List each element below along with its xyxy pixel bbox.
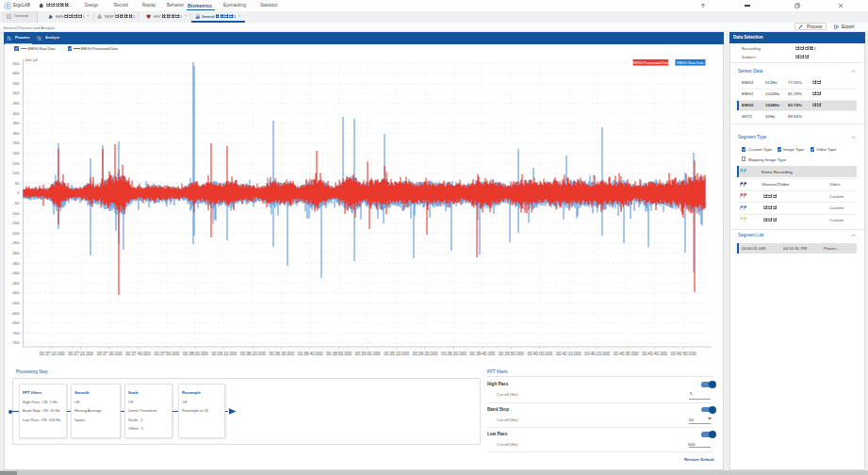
svg-text:00:38:30.000: 00:38:30.000 xyxy=(269,352,294,356)
svg-text:00:38:10.000: 00:38:10.000 xyxy=(211,352,237,356)
svg-text:650: 650 xyxy=(13,61,21,66)
svg-text:350: 350 xyxy=(13,121,21,125)
svg-text:-100: -100 xyxy=(11,211,20,216)
svg-text:00:40:30.000: 00:40:30.000 xyxy=(614,352,639,356)
svg-text:450: 450 xyxy=(13,101,21,106)
svg-text:EMG5 Processed Data: EMG5 Processed Data xyxy=(632,61,670,65)
svg-text:00:37:40.000: 00:37:40.000 xyxy=(125,352,151,356)
svg-text:-300: -300 xyxy=(11,251,20,255)
svg-text:0: 0 xyxy=(17,190,20,195)
svg-text:00:40:00.000: 00:40:00.000 xyxy=(527,352,552,356)
svg-text:150: 150 xyxy=(13,161,21,166)
svg-text:200: 200 xyxy=(13,151,21,156)
svg-text:00:39:40.000: 00:39:40.000 xyxy=(470,352,496,356)
svg-text:00:38:00.000: 00:38:00.000 xyxy=(183,352,208,356)
svg-text:00:37:50.000: 00:37:50.000 xyxy=(155,352,180,356)
svg-text:400: 400 xyxy=(13,111,21,116)
svg-text:100: 100 xyxy=(13,171,21,175)
svg-text:00:38:20.000: 00:38:20.000 xyxy=(240,352,266,356)
svg-text:-150: -150 xyxy=(11,221,20,225)
svg-text:00:39:30.000: 00:39:30.000 xyxy=(441,352,467,356)
svg-text:500: 500 xyxy=(13,90,21,95)
svg-text:00:40:50.000: 00:40:50.000 xyxy=(671,352,696,356)
svg-text:-700: -700 xyxy=(11,331,20,336)
svg-text:00:40:20.000: 00:40:20.000 xyxy=(584,352,610,356)
svg-text:00:39:50.000: 00:39:50.000 xyxy=(499,352,524,356)
svg-text:250: 250 xyxy=(13,140,21,145)
svg-text:-550: -550 xyxy=(11,301,20,305)
svg-text:00:37:10.000: 00:37:10.000 xyxy=(40,352,65,356)
svg-text:-50: -50 xyxy=(13,201,20,205)
svg-text:00:40:10.000: 00:40:10.000 xyxy=(556,352,581,356)
svg-text:00:39:20.000: 00:39:20.000 xyxy=(413,352,438,356)
svg-text:50: 50 xyxy=(15,181,20,186)
svg-text:EMG5 Raw Data: EMG5 Raw Data xyxy=(677,61,704,65)
svg-text:-250: -250 xyxy=(11,240,20,245)
svg-text:00:37:30.000: 00:37:30.000 xyxy=(97,352,123,356)
svg-text:300: 300 xyxy=(13,131,21,136)
svg-text:-450: -450 xyxy=(11,281,20,286)
svg-text:00:38:50.000: 00:38:50.000 xyxy=(326,352,352,356)
svg-text:-650: -650 xyxy=(11,320,20,325)
svg-text:600: 600 xyxy=(13,71,21,75)
svg-text:00:38:40.000: 00:38:40.000 xyxy=(298,352,323,356)
svg-text:-200: -200 xyxy=(11,231,20,236)
svg-text:550: 550 xyxy=(13,81,21,86)
svg-text:-600: -600 xyxy=(11,311,20,316)
svg-text:00:37:20.000: 00:37:20.000 xyxy=(68,352,93,356)
svg-text:-500: -500 xyxy=(11,290,20,295)
svg-text:-350: -350 xyxy=(11,261,20,266)
svg-text:00:39:10.000: 00:39:10.000 xyxy=(384,352,409,356)
svg-text:00:39:00.000: 00:39:00.000 xyxy=(355,352,381,356)
svg-text:↑ Unit: μV: ↑ Unit: μV xyxy=(23,58,39,62)
svg-text:-750: -750 xyxy=(11,340,20,345)
svg-text:00:40:40.000: 00:40:40.000 xyxy=(642,352,667,356)
svg-text:-400: -400 xyxy=(11,270,20,275)
